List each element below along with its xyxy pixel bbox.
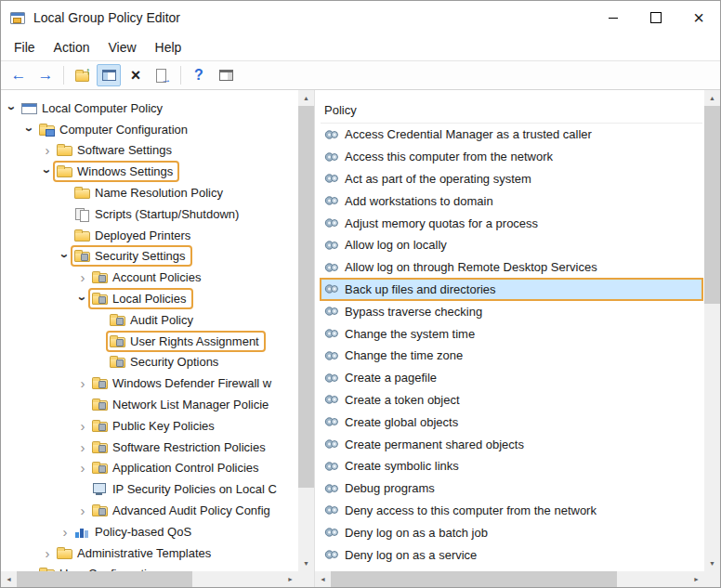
delete-button[interactable] [124,64,148,86]
list-row-access-this-computer-from-the-network[interactable]: Access this computer from the network [321,146,702,168]
chevron-icon[interactable] [40,143,55,157]
title-bar[interactable]: Local Group Policy Editor [1,1,720,34]
tree-item-deployed-printers[interactable]: Deployed Printers [1,225,298,246]
tree-item-application-control-policies[interactable]: Application Control Policies [1,458,298,479]
list-row-deny-log-on-as-a-batch-job[interactable]: Deny log on as a batch job [321,521,702,543]
scroll-right-icon[interactable] [688,571,704,587]
tree-item-windows-settings[interactable]: Windows Settings [1,161,298,182]
tree-item-local-policies[interactable]: Local Policies [1,288,298,309]
list-row-adjust-memory-quotas-for-a-process[interactable]: Adjust memory quotas for a process [321,212,702,234]
tree-item-security-settings[interactable]: Security Settings [1,246,298,268]
chevron-icon[interactable] [41,164,55,179]
scroll-down-icon[interactable] [298,555,314,571]
policy-icon [324,172,339,185]
forward-arrow-icon [38,66,54,85]
tree-item-computer-configuration[interactable]: Computer Configuration [1,119,298,140]
list-row-allow-log-on-locally[interactable]: Allow log on locally [321,234,702,256]
list-row-act-as-part-of-the-operating-system[interactable]: Act as part of the operating system [321,168,702,190]
tree-item-audit-policy[interactable]: Audit Policy [1,309,298,331]
tree-item-network-list-manager-policie[interactable]: Network List Manager Policie [1,394,298,415]
scrollbar-track[interactable] [17,571,282,587]
tree-item-user-rights-assignment[interactable]: User Rights Assignment [1,331,298,352]
scrollbar-corner [704,571,720,587]
chevron-icon[interactable] [75,270,90,284]
list-row-bypass-traverse-checking[interactable]: Bypass traverse checking [321,300,702,322]
tree-item-scripts-startup-shutdown[interactable]: Scripts (Startup/Shutdown) [1,203,298,225]
tree-item-software-restriction-policies[interactable]: Software Restriction Policies [1,437,298,458]
tree-horizontal-scrollbar[interactable] [1,571,298,587]
scroll-down-icon[interactable] [704,555,720,571]
chevron-icon[interactable] [40,546,55,560]
chevron-icon[interactable] [75,376,90,390]
scrollbar-track[interactable] [298,106,314,555]
scroll-up-icon[interactable] [298,90,314,106]
tree-item-security-options[interactable]: Security Options [1,352,298,373]
folder-lock-icon [92,464,108,474]
list-row-deny-log-on-as-a-service[interactable]: Deny log on as a service [321,543,702,566]
chevron-icon[interactable] [23,122,37,137]
tree-item-advanced-audit-policy-config[interactable]: Advanced Audit Policy Config [1,500,298,521]
tree-item-public-key-policies[interactable]: Public Key Policies [1,415,298,437]
tree-item-policy-based-qos[interactable]: Policy-based QoS [1,521,298,542]
list-row-create-permanent-shared-objects[interactable]: Create permanent shared objects [321,433,702,455]
scrollbar-thumb[interactable] [17,571,192,587]
list-row-back-up-files-and-directories[interactable]: Back up files and directories [321,279,702,301]
list-row-change-the-time-zone[interactable]: Change the time zone [321,345,702,367]
maximize-button[interactable] [635,1,677,34]
forward-arrow-button[interactable] [33,64,58,86]
scrollbar-track[interactable] [704,106,720,555]
menu-help[interactable]: Help [146,40,191,55]
list-row-create-a-pagefile[interactable]: Create a pagefile [321,367,702,389]
list-row-deny-access-to-this-computer-from-the-network[interactable]: Deny access to this computer from the ne… [321,500,702,522]
menu-view[interactable]: View [98,40,145,55]
scrollbar-track[interactable] [331,571,688,587]
back-arrow-button[interactable] [7,64,31,86]
list-row-allow-log-on-through-remote-desktop-services[interactable]: Allow log on through Remote Desktop Serv… [321,256,702,279]
tree-item-software-settings[interactable]: Software Settings [1,140,298,162]
tree-item-windows-defender-firewall-w[interactable]: Windows Defender Firewall w [1,372,298,394]
export-list-button[interactable] [151,64,175,86]
list-row-access-credential-manager-as-a-trusted-caller[interactable]: Access Credential Manager as a trusted c… [321,124,702,146]
tree-item-local-computer-policy[interactable]: Local Computer Policy [1,98,298,119]
action-pane-button[interactable] [214,64,238,86]
chevron-icon[interactable] [58,525,72,539]
chevron-icon[interactable] [75,440,90,454]
chevron-icon[interactable] [76,292,90,307]
chevron-icon[interactable] [6,100,20,115]
list-horizontal-scrollbar[interactable] [315,571,704,587]
chevron-icon[interactable] [75,503,90,517]
tree-item-account-policies[interactable]: Account Policies [1,267,298,288]
delete-icon [131,67,141,84]
minimize-button[interactable] [592,1,635,34]
scroll-up-icon[interactable] [704,90,720,106]
menu-file[interactable]: File [5,40,45,55]
scrollbar-thumb[interactable] [331,571,617,587]
list-row-debug-programs[interactable]: Debug programs [321,477,702,500]
chevron-icon[interactable] [75,461,90,475]
show-console-tree-button[interactable] [97,64,121,86]
policy-column-header[interactable]: Policy [321,98,702,124]
tree-node: Security Settings [72,247,190,265]
help-button[interactable] [187,64,211,86]
menu-action[interactable]: Action [45,40,99,55]
list-row-create-a-token-object[interactable]: Create a token object [321,389,702,412]
up-one-level-button[interactable] [70,64,94,86]
tree-item-user-configuration[interactable]: User Configuration [1,564,298,571]
list-row-change-the-system-time[interactable]: Change the system time [321,322,702,345]
tree-item-name-resolution-policy[interactable]: Name Resolution Policy [1,182,298,203]
scrollbar-thumb[interactable] [704,106,720,304]
chevron-icon[interactable] [59,249,72,264]
tree-vertical-scrollbar[interactable] [298,90,314,571]
list-row-add-workstations-to-domain[interactable]: Add workstations to domain [321,189,702,212]
tree-item-administrative-templates[interactable]: Administrative Templates [1,542,298,564]
scroll-right-icon[interactable] [282,571,298,587]
scrollbar-thumb[interactable] [298,106,314,488]
tree-item-ip-security-policies-on-local-c[interactable]: IP Security Policies on Local C [1,478,298,500]
chevron-icon[interactable] [75,419,90,433]
list-vertical-scrollbar[interactable] [704,90,720,571]
scroll-left-icon[interactable] [1,571,17,587]
scroll-left-icon[interactable] [315,571,331,587]
list-row-create-symbolic-links[interactable]: Create symbolic links [321,455,702,477]
close-button[interactable] [677,1,720,34]
list-row-create-global-objects[interactable]: Create global objects [321,411,702,433]
